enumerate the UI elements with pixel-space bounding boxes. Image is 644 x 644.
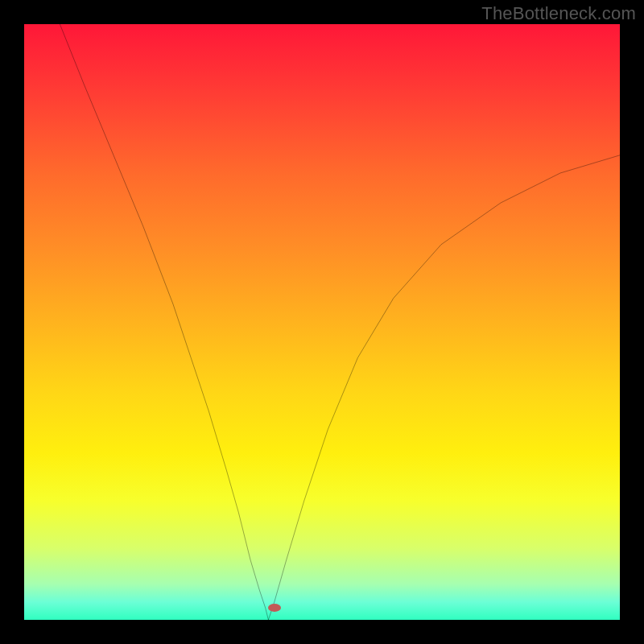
chart-gradient-background xyxy=(24,24,620,620)
chart-frame: TheBottleneck.com xyxy=(0,0,644,644)
watermark-text: TheBottleneck.com xyxy=(481,3,636,24)
